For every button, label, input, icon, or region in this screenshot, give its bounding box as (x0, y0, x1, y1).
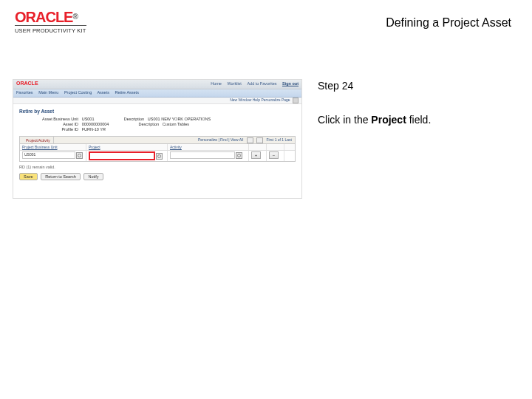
col-del (267, 144, 284, 150)
value-asset-bu: US001 (82, 117, 95, 121)
delete-row-button[interactable]: − (269, 151, 279, 159)
step-text-suffix: field. (406, 114, 431, 126)
brand-tm: ® (72, 13, 77, 21)
grid-status-text: RD (1) remain valid. (19, 165, 296, 169)
nav-item[interactable]: Main Menu (38, 90, 58, 95)
nav-item[interactable]: Project Costing (64, 90, 92, 95)
app-brand: ORACLE (16, 81, 38, 86)
value-desc1: US001 NEW YORK OPERATIONS (148, 117, 211, 121)
app-topbar: ORACLE Home Worklist Add to Favorites Si… (13, 80, 301, 89)
app-screenshot: ORACLE Home Worklist Add to Favorites Si… (13, 80, 301, 198)
brand-text: ORACLE (15, 9, 72, 25)
activity-input[interactable] (170, 151, 235, 159)
label-asset-bu: Asset Business Unit (19, 117, 81, 121)
grid-download-icon[interactable] (256, 137, 263, 143)
step-text: Click in the Project field. (318, 114, 517, 126)
brand-logo: ORACLE® USER PRODUCTIVITY KIT (15, 10, 86, 34)
notify-button[interactable]: Notify (83, 173, 103, 180)
lookup-icon[interactable] (156, 153, 163, 160)
project-input[interactable] (89, 151, 155, 160)
label-desc1: Description (110, 117, 146, 121)
app-navbar: Favorites Main Menu Project Costing Asse… (13, 89, 301, 98)
nav-item[interactable]: Assets (97, 90, 109, 95)
page-title: Defining a Project Asset (386, 16, 511, 30)
save-button[interactable]: Save (19, 173, 38, 180)
nav-item[interactable]: Retire Assets (115, 90, 138, 95)
label-asset-id: Asset ID (19, 122, 81, 126)
grid-personalize[interactable]: Personalize | Find | View All (198, 137, 243, 142)
project-bu-input[interactable]: US001 (22, 151, 75, 159)
step-text-prefix: Click in the (318, 114, 371, 126)
grid-paging[interactable]: First 1 of 1 Last (267, 137, 292, 142)
value-asset-id: 000000000004 (82, 122, 109, 126)
col-project-bu[interactable]: Project Business Unit (20, 144, 86, 150)
lookup-icon[interactable] (76, 152, 83, 159)
value-profile: FURN-10 YR (82, 127, 106, 132)
subbar-icon[interactable] (293, 98, 299, 103)
value-desc2: Custom Tables (163, 122, 189, 126)
table-row: US001 + − (20, 151, 295, 161)
grid-tab[interactable]: Project/Activity (23, 137, 54, 143)
top-link-home[interactable]: Home (211, 81, 222, 86)
col-activity[interactable]: Activity (168, 144, 249, 150)
app-top-links: Home Worklist Add to Favorites Sign out (206, 81, 299, 86)
label-profile: Profile ID (19, 127, 81, 132)
nav-item[interactable]: Favorites (16, 90, 33, 95)
instruction-panel: Step 24 Click in the Project field. (318, 80, 517, 126)
top-link-signout[interactable]: Sign out (282, 81, 299, 86)
project-grid: Project/Activity Personalize | Find | Vi… (19, 136, 296, 162)
step-number: Step 24 (318, 80, 517, 92)
step-text-bold: Project (371, 114, 406, 126)
grid-zoom-icon[interactable] (247, 137, 253, 143)
lookup-icon[interactable] (236, 152, 242, 159)
top-link-worklist[interactable]: Worklist (227, 81, 241, 86)
label-desc2: Description (125, 122, 161, 126)
col-add (249, 144, 267, 150)
brand-subtitle: USER PRODUCTIVITY KIT (15, 25, 86, 34)
app-page-title: Retire by Asset (19, 109, 296, 114)
top-link-favs[interactable]: Add to Favorites (247, 81, 276, 86)
app-subbar: New Window Help Personalize Page (13, 98, 301, 104)
subbar-links[interactable]: New Window Help Personalize Page (230, 98, 290, 102)
col-project[interactable]: Project (86, 144, 168, 150)
return-button[interactable]: Return to Search (41, 173, 81, 180)
add-row-button[interactable]: + (251, 151, 261, 159)
action-bar: Save Return to Search Notify (19, 173, 296, 180)
